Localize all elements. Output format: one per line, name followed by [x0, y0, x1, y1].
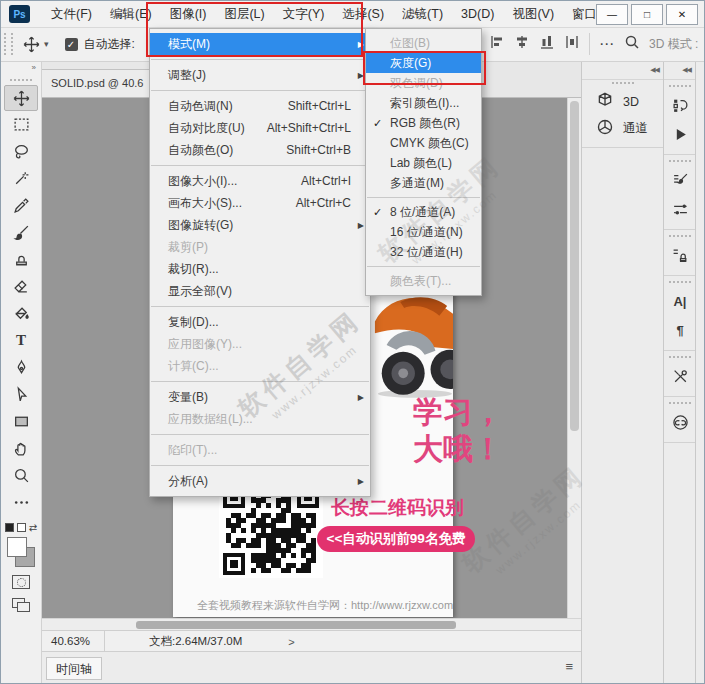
paint-bucket-tool-icon[interactable] [1, 300, 41, 327]
path-selection-tool-icon[interactable] [1, 381, 41, 408]
horizontal-scrollbar-thumb[interactable] [136, 621, 456, 629]
menu-item[interactable]: 灰度(G) [366, 53, 481, 73]
tool-presets-panel-icon[interactable] [664, 362, 696, 391]
eyedropper-tool-icon[interactable] [1, 192, 41, 219]
menubar-item-4[interactable]: 文字(Y) [274, 2, 334, 27]
menu-item[interactable]: 变量(B)▶ [150, 386, 370, 408]
menu-shortcut: Alt+Ctrl+C [296, 196, 363, 210]
eraser-tool-icon[interactable] [1, 273, 41, 300]
brush-tool-icon[interactable] [1, 219, 41, 246]
brush-settings-panel-icon[interactable] [664, 166, 696, 195]
align-center-icon[interactable] [514, 34, 530, 54]
brushes-panel-icon[interactable] [664, 195, 696, 224]
poster-footer-text: 全套视频教程来源软件自学网：http://www.rjzxw.com [197, 598, 453, 613]
more-options-icon[interactable]: ⋯ [599, 35, 615, 53]
menu-item[interactable]: 自动对比度(U)Alt+Shift+Ctrl+L [150, 117, 370, 139]
3d-panel-tab[interactable]: 3D [582, 88, 664, 115]
foreground-color-swatch[interactable] [7, 537, 27, 557]
tool-preset-caret-icon[interactable]: ▾ [44, 39, 49, 49]
default-colors-icon[interactable] [5, 523, 14, 532]
default-swap-colors[interactable]: ⇄ [1, 520, 41, 534]
menu-item[interactable]: 图像旋转(G)▶ [150, 214, 370, 236]
menubar-item-6[interactable]: 滤镜(T) [393, 2, 452, 27]
timeline-menu-icon[interactable]: ≡ [565, 659, 573, 674]
hand-tool-icon[interactable] [1, 435, 41, 462]
toolbar-expand-icon[interactable]: » [1, 61, 41, 77]
type-tool-icon[interactable]: T [1, 327, 41, 354]
vertical-scrollbar-thumb[interactable] [570, 101, 579, 431]
options-bar-grip[interactable] [4, 33, 13, 55]
magic-wand-tool-icon[interactable] [1, 165, 41, 192]
creative-cloud-icon[interactable] [664, 408, 696, 437]
maximize-button[interactable]: □ [631, 4, 663, 25]
panel-group [664, 397, 696, 443]
menu-item[interactable]: 索引颜色(I)... [366, 93, 481, 113]
toolbar-grip[interactable] [10, 79, 32, 81]
menu-item[interactable]: Lab 颜色(L) [366, 153, 481, 173]
vertical-scrollbar[interactable] [567, 97, 581, 618]
panel-icon-strip: ◀◀ A|¶ [663, 61, 696, 684]
menubar-item-0[interactable]: 文件(F) [42, 2, 101, 27]
menubar-item-2[interactable]: 图像(I) [161, 2, 216, 27]
submenu-arrow-icon: ▶ [358, 477, 364, 486]
menu-item[interactable]: 自动色调(N)Shift+Ctrl+L [150, 95, 370, 117]
auto-select-checkbox[interactable]: ✓ [65, 38, 78, 51]
menu-item[interactable]: 16 位/通道(N) [366, 222, 481, 242]
menu-item[interactable]: 画布大小(S)...Alt+Ctrl+C [150, 192, 370, 214]
collapse-panels-icon[interactable]: ◀◀ [582, 61, 664, 80]
lasso-tool-icon[interactable] [1, 138, 41, 165]
zoom-level-field[interactable]: 40.63% [41, 631, 105, 652]
rectangle-tool-icon[interactable] [1, 408, 41, 435]
auto-select-label: 自动选择: [84, 36, 135, 53]
rectangular-marquee-tool-icon[interactable] [1, 111, 41, 138]
pen-tool-icon[interactable] [1, 354, 41, 381]
menu-item[interactable]: CMYK 颜色(C) [366, 133, 481, 153]
menu-item[interactable]: 复制(D)... [150, 311, 370, 333]
character-panel-icon[interactable]: A| [664, 287, 696, 316]
clone-source-panel-icon[interactable] [664, 241, 696, 270]
menubar-item-3[interactable]: 图层(L) [215, 2, 273, 27]
menu-item[interactable]: 模式(M)▶ [150, 33, 370, 55]
distribute-icon[interactable] [564, 34, 580, 54]
menubar-item-8[interactable]: 视图(V) [503, 2, 563, 27]
collapse-strip-icon[interactable]: ◀◀ [664, 61, 696, 80]
close-button[interactable]: ✕ [666, 4, 698, 25]
history-panel-icon[interactable] [664, 91, 696, 120]
menu-item[interactable]: 分析(A)▶ [150, 470, 370, 492]
quick-mask-button[interactable] [12, 575, 30, 589]
actions-panel-icon[interactable] [664, 120, 696, 149]
menu-item[interactable]: 自动颜色(O)Shift+Ctrl+B [150, 139, 370, 161]
photoshop-window: Ps 文件(F)编辑(E)图像(I)图层(L)文字(Y)选择(S)滤镜(T)3D… [0, 0, 705, 684]
screen-mode-button[interactable] [12, 598, 30, 612]
menu-item[interactable]: 调整(J)▶ [150, 64, 370, 86]
menu-item[interactable]: 图像大小(I)...Alt+Ctrl+I [150, 170, 370, 192]
panel-edge [695, 61, 705, 684]
menubar-item-7[interactable]: 3D(D) [452, 2, 503, 27]
paragraph-panel-icon[interactable]: ¶ [664, 316, 696, 345]
timeline-tab[interactable]: 时间轴 [46, 657, 102, 680]
panel-grip[interactable] [612, 82, 634, 84]
clone-stamp-tool-icon[interactable] [1, 246, 41, 273]
menubar-item-1[interactable]: 编辑(E) [101, 2, 161, 27]
edit-toolbar-icon[interactable] [1, 489, 41, 516]
menu-item[interactable]: 32 位/通道(H) [366, 242, 481, 262]
status-expand-icon[interactable]: > [288, 636, 294, 648]
menu-separator [367, 197, 480, 198]
menu-item[interactable]: 多通道(M) [366, 173, 481, 193]
menu-item[interactable]: 显示全部(V) [150, 280, 370, 302]
search-icon[interactable] [624, 34, 640, 54]
menubar-item-5[interactable]: 选择(S) [333, 2, 393, 27]
zoom-tool-icon[interactable] [1, 462, 41, 489]
move-tool-option-icon[interactable] [23, 36, 40, 53]
align-bottom-icon[interactable] [539, 34, 555, 54]
align-left-icon[interactable] [489, 34, 505, 54]
mode-submenu: 位图(B)灰度(G)双色调(D)索引颜色(I)...✓RGB 颜色(R)CMYK… [365, 28, 482, 296]
move-tool-icon[interactable] [4, 85, 38, 111]
menu-separator [151, 306, 369, 307]
minimize-button[interactable]: — [596, 4, 628, 25]
menu-item[interactable]: ✓8 位/通道(A) [366, 202, 481, 222]
menu-item[interactable]: 裁切(R)... [150, 258, 370, 280]
menu-item[interactable]: ✓RGB 颜色(R) [366, 113, 481, 133]
channels-panel-tab[interactable]: 通道 [582, 115, 664, 142]
swap-colors-icon[interactable]: ⇄ [29, 522, 37, 533]
